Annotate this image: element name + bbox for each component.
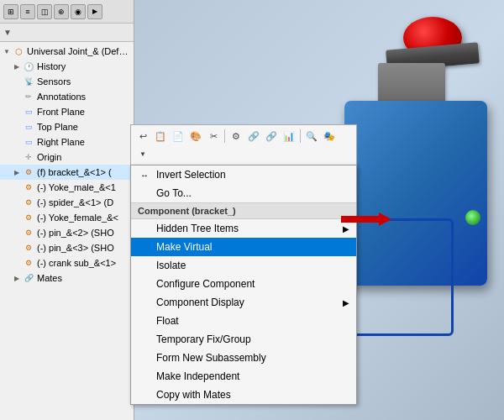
- right-plane-expand-icon: [12, 137, 22, 147]
- ctx-item-component-display[interactable]: Component Display ▶: [131, 293, 356, 312]
- toolbar-icon-more[interactable]: ▶: [87, 4, 102, 19]
- make-virtual-icon: [138, 240, 151, 254]
- invert-selection-icon: ↔: [138, 168, 151, 181]
- origin-expand-icon: [12, 152, 22, 162]
- spider-label: (-) spider_&<1> (D: [37, 197, 113, 207]
- invert-selection-label: Invert Selection: [156, 169, 226, 181]
- tree-content: ▼ ⬡ Universal Joint_& (Default<Default_D…: [0, 42, 134, 420]
- yoke-female-icon: ⚙: [22, 211, 35, 224]
- yoke-male-expand-icon: [12, 182, 22, 192]
- toolbar-icon-5[interactable]: ◉: [71, 4, 86, 19]
- temporary-fix-label: Temporary Fix/Group: [156, 333, 251, 345]
- origin-icon: ✛: [22, 150, 35, 164]
- ctx-tool-color[interactable]: 🎨: [187, 128, 204, 144]
- ctx-tool-back[interactable]: ↩: [134, 128, 151, 144]
- pin1-label: (-) pin_&<2> (SHO: [37, 228, 114, 238]
- hidden-tree-icon: [138, 222, 151, 235]
- ctx-item-configure-component[interactable]: Configure Component: [131, 275, 356, 293]
- ctx-tool-paste[interactable]: 📄: [170, 128, 186, 144]
- front-plane-icon: ▭: [22, 105, 35, 118]
- tree-item-pin1[interactable]: ⚙ (-) pin_&<2> (SHO: [0, 225, 134, 240]
- tree-item-yoke-female[interactable]: ⚙ (-) Yoke_female_&<: [0, 210, 134, 225]
- tree-item-yoke-male[interactable]: ⚙ (-) Yoke_male_&<1: [0, 180, 134, 195]
- ctx-tool-table[interactable]: 📊: [281, 128, 297, 144]
- feature-tree-panel: ⊞ ≡ ◫ ⊕ ◉ ▶ ▼ ▼ ⬡ Universal Joint_& (Def…: [0, 0, 134, 420]
- component-display-icon: [138, 296, 151, 309]
- mates-label: Mates: [37, 273, 62, 283]
- history-expand-icon[interactable]: ▶: [12, 61, 22, 71]
- ctx-item-form-new-subassembly[interactable]: Form New Subassembly: [131, 349, 356, 367]
- ctx-item-temporary-fix[interactable]: Temporary Fix/Group: [131, 330, 356, 349]
- root-expand-icon[interactable]: ▼: [2, 46, 12, 56]
- component-section-label: Component (bracket_): [138, 206, 236, 216]
- arrow-indicator: [341, 213, 391, 226]
- bracket-expand-icon[interactable]: ▶: [12, 167, 22, 177]
- ctx-tool-copy[interactable]: 📋: [152, 128, 169, 144]
- tree-item-sensors[interactable]: 📡 Sensors: [0, 74, 134, 89]
- ctx-tool-search[interactable]: 🔍: [303, 128, 320, 144]
- annotations-label: Annotations: [37, 92, 86, 102]
- ctx-item-invert-selection[interactable]: ↔ Invert Selection: [131, 165, 356, 184]
- annotations-expand-icon: [12, 92, 22, 102]
- isolate-icon: [138, 259, 151, 272]
- ctx-item-float[interactable]: Float: [131, 312, 356, 330]
- ctx-item-go-to[interactable]: Go To...: [131, 184, 356, 202]
- tree-item-pin2[interactable]: ⚙ (-) pin_&<3> (SHO: [0, 240, 134, 255]
- pin2-icon: ⚙: [22, 241, 35, 255]
- toolbar-separator-2: [300, 129, 301, 143]
- crank-label: (-) crank sub_&<1>: [37, 258, 116, 268]
- spider-expand-icon: [12, 197, 22, 207]
- yoke-female-label: (-) Yoke_female_&<: [37, 213, 118, 223]
- mates-expand-icon[interactable]: ▶: [12, 273, 22, 283]
- tree-root-item[interactable]: ▼ ⬡ Universal Joint_& (Default<Default_D…: [0, 44, 134, 59]
- front-plane-expand-icon: [12, 107, 22, 117]
- history-icon: 🕐: [22, 60, 35, 73]
- configure-component-icon: [138, 277, 151, 291]
- tree-item-front-plane[interactable]: ▭ Front Plane: [0, 104, 134, 119]
- spider-icon: ⚙: [22, 196, 35, 209]
- ctx-tool-appearance[interactable]: 🎭: [321, 128, 338, 144]
- filter-icon: ▼: [3, 28, 12, 37]
- tree-item-top-plane[interactable]: ▭ Top Plane: [0, 119, 134, 134]
- form-new-subassembly-label: Form New Subassembly: [156, 352, 266, 364]
- top-plane-expand-icon: [12, 122, 22, 132]
- tree-item-annotations[interactable]: ✏ Annotations: [0, 89, 134, 104]
- configure-component-label: Configure Component: [156, 278, 255, 290]
- origin-label: Origin: [37, 152, 61, 162]
- tree-item-spider[interactable]: ⚙ (-) spider_&<1> (D: [0, 195, 134, 210]
- tree-item-right-plane[interactable]: ▭ Right Plane: [0, 134, 134, 150]
- tree-item-bracket[interactable]: ▶ ⚙ (f) bracket_&<1> (: [0, 165, 134, 180]
- ctx-item-make-independent[interactable]: Make Independent: [131, 367, 356, 386]
- 3d-blue-inner: [344, 218, 454, 336]
- temporary-fix-icon: [138, 333, 151, 346]
- tree-item-crank[interactable]: ⚙ (-) crank sub_&<1>: [0, 255, 134, 270]
- toolbar-icon-4[interactable]: ⊕: [54, 4, 69, 19]
- toolbar-icon-1[interactable]: ⊞: [3, 4, 18, 19]
- ctx-item-make-virtual[interactable]: Make Virtual: [131, 238, 356, 256]
- tree-toolbar: ⊞ ≡ ◫ ⊕ ◉ ▶: [0, 0, 134, 24]
- ctx-tool-cut[interactable]: ✂: [205, 128, 222, 144]
- ctx-tool-link1[interactable]: 🔗: [245, 128, 262, 144]
- sensors-expand-icon: [12, 76, 22, 87]
- isolate-label: Isolate: [156, 260, 186, 271]
- make-independent-icon: [138, 370, 151, 383]
- tree-item-origin[interactable]: ✛ Origin: [0, 150, 134, 165]
- pin2-label: (-) pin_&<3> (SHO: [37, 243, 114, 253]
- tree-item-history[interactable]: ▶ 🕐 History: [0, 59, 134, 74]
- ctx-item-copy-with-mates[interactable]: Copy with Mates: [131, 386, 356, 404]
- ctx-item-isolate[interactable]: Isolate: [131, 256, 356, 275]
- red-arrow-icon: [341, 213, 391, 226]
- hidden-tree-label: Hidden Tree Items: [156, 223, 239, 234]
- form-new-subassembly-icon: [138, 351, 151, 365]
- mates-icon: 🔗: [22, 271, 35, 285]
- filter-bar: ▼: [0, 24, 134, 42]
- ctx-tool-dropdown[interactable]: ▼: [134, 145, 151, 162]
- toolbar-icon-3[interactable]: ◫: [37, 4, 52, 19]
- copy-with-mates-icon: [138, 388, 151, 402]
- ctx-item-hidden-tree-items[interactable]: Hidden Tree Items ▶: [131, 219, 356, 238]
- pin2-expand-icon: [12, 243, 22, 253]
- ctx-tool-gear[interactable]: ⚙: [228, 128, 244, 144]
- tree-item-mates[interactable]: ▶ 🔗 Mates: [0, 270, 134, 286]
- ctx-tool-link2[interactable]: 🔗: [263, 128, 280, 144]
- toolbar-icon-2[interactable]: ≡: [20, 4, 35, 19]
